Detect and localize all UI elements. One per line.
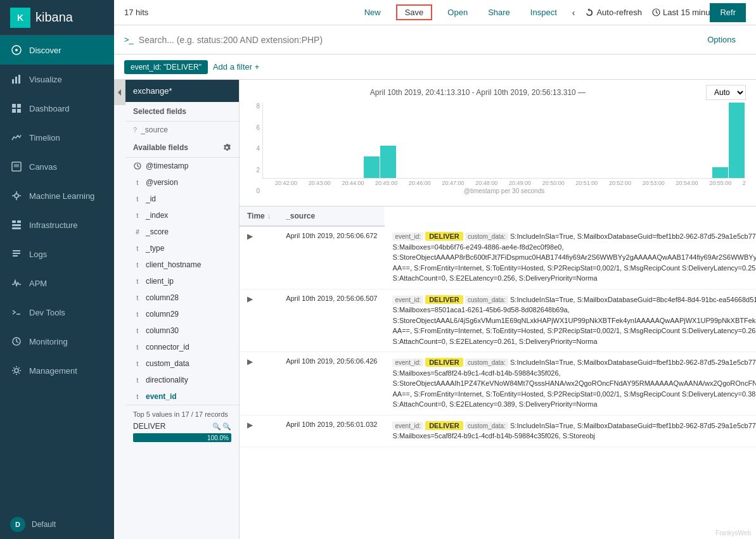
interval-select[interactable]: Auto 30s 1m (706, 85, 746, 100)
kibana-logo-text: kibana (35, 10, 73, 25)
open-button[interactable]: Open (442, 5, 473, 20)
svg-rect-3 (15, 77, 17, 84)
y-axis: 8 6 4 2 0 (250, 103, 262, 194)
field-item[interactable]: t_id (125, 191, 239, 207)
field-item[interactable]: #_score (125, 224, 239, 240)
field-name: column30 (146, 326, 231, 335)
svg-rect-19 (12, 227, 21, 229)
field-item[interactable]: tdirectionality (125, 372, 239, 388)
chart-bar (364, 156, 380, 178)
expand-row-button[interactable]: ▶ (247, 232, 253, 241)
x-axis: 20:42:0020:43:0020:44:0020:45:0020:46:00… (262, 180, 746, 186)
add-filter-button[interactable]: Add a filter + (213, 62, 259, 72)
field-item[interactable]: tcolumn28 (125, 289, 239, 306)
field-item[interactable]: t@version (125, 174, 239, 191)
auto-refresh[interactable]: Auto-refresh (585, 8, 642, 17)
exclude-value-button[interactable]: 🔍 (222, 422, 231, 431)
field-value-bar: 100.0% (133, 433, 231, 442)
sidebar-item-discover[interactable]: Discover (0, 35, 114, 65)
sidebar-item-devtools[interactable]: Dev Tools (0, 298, 114, 327)
new-button[interactable]: New (359, 5, 386, 20)
left-panel-toggle[interactable] (114, 80, 125, 105)
sidebar-item-ml-label: Machine Learning (29, 191, 94, 201)
svg-rect-8 (17, 109, 21, 113)
expand-row-button[interactable]: ▶ (247, 295, 253, 303)
field-item[interactable]: t_index (125, 207, 239, 224)
gear-icon[interactable] (222, 143, 231, 152)
field-item[interactable]: tclient_hostname (125, 257, 239, 273)
sidebar-item-management[interactable]: Management (0, 356, 114, 385)
search-options[interactable]: Options (707, 35, 736, 44)
include-value-button[interactable]: 🔍 (212, 422, 221, 431)
devtools-icon (10, 306, 23, 319)
compass-icon (10, 44, 23, 56)
canvas-icon (10, 160, 23, 173)
filter-tag[interactable]: event_id: "DELIVER" (124, 60, 208, 74)
expand-row-button[interactable]: ▶ (247, 357, 253, 366)
sidebar-item-apm[interactable]: APM (0, 269, 114, 298)
sidebar-item-ml[interactable]: Machine Learning (0, 181, 114, 210)
sidebar-item-infrastructure-label: Infrastructure (29, 220, 78, 230)
field-item[interactable]: tevent_id (125, 388, 239, 405)
last-time[interactable]: Last 15 minu (652, 8, 710, 17)
user-label: Default (32, 520, 56, 529)
left-panel: exchange* Selected fields ? _source Avai… (125, 80, 240, 539)
index-header: exchange* (125, 80, 239, 102)
sidebar-item-canvas[interactable]: Canvas (0, 152, 114, 181)
hits-count: 17 hits (124, 8, 148, 17)
toolbar-actions: New Save Open Share Inspect ‹ Auto-refre… (359, 4, 710, 20)
field-item[interactable]: tcustom_data (125, 355, 239, 372)
chart-bar (729, 103, 745, 178)
sidebar-item-logs[interactable]: Logs (0, 239, 114, 269)
field-value-name: DELIVER (133, 422, 210, 431)
field-name: connector_id (146, 343, 231, 352)
inspect-button[interactable]: Inspect (525, 5, 562, 20)
search-input[interactable] (139, 35, 707, 45)
chart-bar (712, 167, 728, 178)
time-cell: April 10th 2019, 20:56:01.032 (278, 415, 385, 447)
nav-arrows: ‹ (572, 8, 575, 18)
field-type-icon: t (133, 277, 142, 286)
svg-rect-2 (12, 79, 14, 84)
question-icon: ? (133, 126, 137, 134)
field-item[interactable]: tclient_ip (125, 273, 239, 289)
source-field-item[interactable]: ? _source (125, 122, 239, 138)
refresh-button[interactable]: Refr (710, 3, 746, 22)
kibana-logo-icon: K (10, 8, 30, 28)
col-time: Time ↓ (240, 206, 278, 226)
sidebar-item-timelion[interactable]: Timelion (0, 123, 114, 152)
source-cell: event_id: DELIVER custom_data: S:Include… (385, 415, 756, 447)
field-item[interactable]: t_type (125, 240, 239, 257)
app: K kibana Discover Visualize Dashboar (0, 0, 756, 539)
field-item[interactable]: tcolumn30 (125, 322, 239, 339)
sidebar-user[interactable]: D Default (0, 510, 114, 539)
field-item[interactable]: @timestamp (125, 158, 239, 174)
search-prefix: >_ (124, 35, 134, 44)
chart-bar (380, 146, 396, 178)
field-name: column28 (146, 293, 231, 302)
logs-icon (10, 248, 23, 260)
field-item[interactable]: tcolumn29 (125, 306, 239, 322)
sidebar-item-visualize[interactable]: Visualize (0, 65, 114, 94)
field-item[interactable]: tconnector_id (125, 339, 239, 355)
field-name: directionality (146, 376, 231, 384)
field-values-title: Top 5 values in 17 / 17 records (133, 410, 231, 418)
nav-prev-button[interactable]: ‹ (572, 8, 575, 18)
share-button[interactable]: Share (483, 5, 515, 20)
sidebar-item-infrastructure[interactable]: Infrastructure (0, 210, 114, 239)
right-panel: April 10th 2019, 20:41:13.310 - April 10… (240, 80, 756, 539)
sidebar-item-dashboard[interactable]: Dashboard (0, 94, 114, 123)
sidebar-item-monitoring[interactable]: Monitoring (0, 327, 114, 356)
sidebar-item-apm-label: APM (29, 279, 47, 288)
save-button[interactable]: Save (396, 4, 433, 20)
watermark: FrankysWeb (715, 529, 751, 536)
field-name: client_ip (146, 277, 231, 286)
index-name: exchange* (133, 86, 172, 96)
dashboard-icon (10, 102, 23, 115)
bar-chart-icon (10, 73, 23, 86)
timelion-icon (10, 131, 23, 144)
svg-rect-10 (14, 164, 19, 167)
expand-row-button[interactable]: ▶ (247, 421, 253, 429)
results-area: Time ↓ _source ▶April 10th 2019, 20:56:0… (240, 206, 756, 539)
results-table: Time ↓ _source ▶April 10th 2019, 20:56:0… (240, 206, 756, 447)
